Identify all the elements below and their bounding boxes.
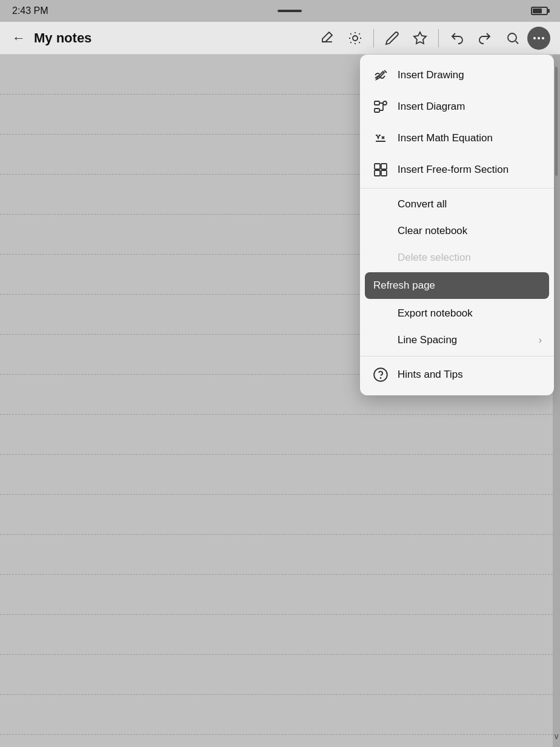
undo-icon — [450, 31, 464, 45]
undo-button[interactable] — [444, 25, 470, 52]
toolbar: ← My notes — [0, 22, 560, 55]
clear-notebook-label: Clear notebook — [398, 225, 542, 237]
menu-separator-1 — [360, 188, 554, 189]
note-line — [0, 735, 553, 747]
pen-button[interactable] — [379, 25, 405, 52]
search-icon — [505, 31, 520, 45]
svg-line-12 — [516, 41, 518, 43]
svg-marker-10 — [414, 32, 426, 44]
note-line — [0, 415, 553, 455]
insert-freeform-label: Insert Free-form Section — [398, 164, 542, 176]
freeform-icon — [372, 161, 389, 178]
page-title: My notes — [34, 30, 92, 46]
note-line — [0, 455, 553, 495]
svg-line-8 — [350, 42, 351, 42]
menu-item-export-notebook[interactable]: Export notebook — [360, 300, 554, 327]
svg-point-14 — [538, 37, 540, 39]
note-line — [0, 655, 553, 695]
menu-item-insert-freeform[interactable]: Insert Free-form Section — [360, 154, 554, 186]
svg-line-5 — [359, 42, 359, 42]
svg-rect-17 — [375, 101, 379, 105]
brightness-icon — [348, 31, 362, 45]
svg-point-27 — [374, 368, 387, 381]
scroll-thumb[interactable] — [555, 67, 558, 176]
note-line — [0, 575, 553, 615]
svg-line-4 — [350, 33, 351, 34]
drawing-icon — [372, 67, 389, 84]
menu-item-insert-math[interactable]: Insert Math Equation — [360, 122, 554, 154]
svg-rect-23 — [375, 164, 380, 169]
toolbar-separator-2 — [438, 29, 439, 47]
svg-point-13 — [533, 37, 536, 39]
dropdown-menu: Insert Drawing Insert Diagram Inse — [360, 55, 554, 395]
refresh-page-label: Refresh page — [373, 280, 541, 292]
scroll-down-arrow-icon[interactable]: ∨ — [553, 731, 559, 741]
menu-item-clear-notebook[interactable]: Clear notebook — [360, 218, 554, 244]
status-notch — [278, 10, 302, 12]
note-line — [0, 495, 553, 535]
menu-item-insert-drawing[interactable]: Insert Drawing — [360, 59, 554, 91]
eraser-button[interactable] — [314, 25, 341, 52]
svg-point-1 — [353, 36, 358, 41]
redo-button[interactable] — [472, 25, 498, 52]
highlighter-button[interactable] — [407, 25, 433, 52]
toolbar-right — [314, 25, 550, 52]
battery-icon — [531, 7, 548, 15]
chevron-right-icon: › — [539, 335, 542, 346]
toolbar-separator — [373, 29, 374, 47]
menu-item-convert-all[interactable]: Convert all — [360, 191, 554, 218]
svg-point-15 — [542, 37, 544, 39]
status-bar: 2:43 PM — [0, 0, 560, 22]
convert-all-label: Convert all — [398, 198, 542, 210]
back-arrow-icon: ← — [12, 30, 25, 46]
svg-line-9 — [359, 33, 359, 34]
line-spacing-label: Line Spacing — [398, 334, 530, 346]
svg-rect-24 — [381, 164, 387, 169]
diagram-icon — [372, 98, 389, 115]
note-line — [0, 615, 553, 655]
toolbar-left: ← My notes — [10, 28, 314, 49]
note-line — [0, 535, 553, 575]
math-icon — [372, 130, 389, 147]
question-icon — [372, 366, 389, 383]
svg-point-18 — [383, 101, 387, 105]
more-options-button[interactable] — [527, 27, 550, 50]
battery-indicator — [531, 7, 548, 15]
svg-rect-19 — [375, 109, 379, 112]
insert-math-label: Insert Math Equation — [398, 132, 542, 144]
search-button[interactable] — [499, 25, 526, 52]
more-icon — [532, 31, 546, 45]
highlighter-icon — [413, 31, 427, 45]
menu-item-delete-selection[interactable]: Delete selection — [360, 244, 554, 271]
menu-separator-2 — [360, 356, 554, 357]
svg-rect-25 — [375, 170, 380, 176]
menu-item-refresh-page[interactable]: Refresh page — [365, 272, 549, 299]
status-time: 2:43 PM — [12, 5, 48, 16]
menu-item-hints-tips[interactable]: Hints and Tips — [360, 359, 554, 390]
redo-icon — [478, 31, 492, 45]
insert-diagram-label: Insert Diagram — [398, 101, 542, 113]
eraser-icon — [320, 31, 335, 45]
back-button[interactable]: ← — [10, 28, 28, 49]
hints-tips-label: Hints and Tips — [398, 369, 542, 381]
delete-selection-label: Delete selection — [398, 252, 542, 264]
menu-item-line-spacing[interactable]: Line Spacing › — [360, 327, 554, 353]
export-notebook-label: Export notebook — [398, 307, 542, 320]
svg-rect-26 — [381, 170, 387, 176]
note-line — [0, 695, 553, 735]
insert-drawing-label: Insert Drawing — [398, 69, 542, 81]
brightness-button[interactable] — [342, 25, 368, 52]
menu-item-insert-diagram[interactable]: Insert Diagram — [360, 91, 554, 122]
battery-fill — [533, 8, 542, 13]
pen-icon — [385, 31, 399, 45]
svg-point-11 — [508, 33, 516, 42]
